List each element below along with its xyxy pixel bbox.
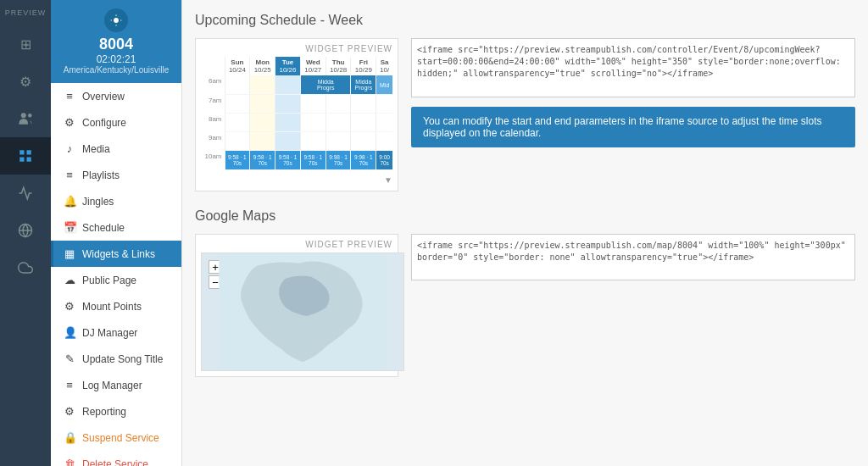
sidebar-item-label: Log Manager (82, 380, 142, 391)
sidebar: 8004 02:02:21 America/Kentucky/Louisvill… (51, 0, 182, 466)
playlists-icon: ≡ (64, 169, 75, 181)
sidebar-item-public-page[interactable]: ☁ Public Page (51, 267, 181, 293)
cal-day-thu: Thu10/28 (326, 57, 351, 75)
sidebar-item-delete-service[interactable]: 🗑 Delete Service (51, 451, 181, 466)
jingles-icon: 🔔 (64, 195, 75, 208)
google-maps-code-area (411, 234, 855, 377)
station-avatar (104, 8, 128, 32)
svg-point-1 (28, 114, 32, 118)
sidebar-item-jingles[interactable]: 🔔 Jingles (51, 188, 181, 214)
sidebar-item-label: Media (82, 143, 110, 155)
cal-scroll-down[interactable]: ▼ (384, 175, 392, 185)
icon-rail: PREVIEW ⊞ ⚙ (0, 0, 51, 466)
sidebar-item-overview[interactable]: ≡ Overview (51, 83, 181, 109)
delete-icon: 🗑 (64, 458, 75, 466)
dashboard-icon[interactable] (0, 137, 51, 175)
sidebar-item-label: Widgets & Links (82, 248, 155, 260)
widgets-icon: ▦ (64, 247, 75, 260)
cal-day-mon: Mon10/25 (250, 57, 275, 75)
sidebar-item-dj-manager[interactable]: 👤 DJ Manager (51, 319, 181, 346)
sidebar-item-reporting[interactable]: ⚙ Reporting (51, 398, 181, 424)
sliders-icon[interactable]: ⚙ (0, 63, 51, 100)
google-maps-iframe-code[interactable] (411, 234, 855, 280)
sidebar-item-label: Delete Service (82, 458, 148, 467)
cal-day-sat: Sa10/ (376, 57, 392, 75)
svg-rect-2 (19, 150, 24, 154)
cal-row-6am: 6am MiddaProgrs MiddaProgrs Mid (201, 75, 392, 95)
mount-points-icon: ⚙ (64, 300, 75, 313)
sidebar-item-media[interactable]: ♪ Media (51, 136, 181, 162)
sidebar-item-playlists[interactable]: ≡ Playlists (51, 162, 181, 188)
sidebar-item-label: Configure (82, 117, 126, 129)
map-preview: + − (201, 252, 404, 371)
station-time: 02:02:21 (58, 53, 175, 65)
sidebar-item-label: Mount Points (82, 301, 142, 313)
upcoming-schedule-section: Upcoming Schedule - Week WIDGET PREVIEW … (195, 13, 855, 191)
grid-icon[interactable]: ⊞ (0, 25, 51, 63)
upcoming-schedule-iframe-code[interactable] (411, 38, 855, 97)
upcoming-schedule-title: Upcoming Schedule - Week (195, 13, 855, 28)
google-maps-section: Google Maps WIDGET PREVIEW + − (195, 208, 855, 377)
calendar-widget: Sun10/24 Mon10/25 Tue10/26 Wed10/27 Thu1… (201, 57, 392, 170)
configure-icon: ⚙ (64, 116, 75, 129)
schedule-icon: 📅 (64, 221, 75, 234)
public-page-icon: ☁ (64, 274, 75, 286)
sidebar-item-schedule[interactable]: 📅 Schedule (51, 214, 181, 241)
cal-day-tue: Tue10/26 (275, 57, 301, 75)
preview-label: PREVIEW (5, 8, 47, 17)
cal-row-10am: 10am 9:58 · 170s 9:58 · 170s 9:58 · 170s (201, 151, 392, 170)
sidebar-menu: ≡ Overview ⚙ Configure ♪ Media ≡ Playlis… (51, 83, 181, 466)
reporting-icon: ⚙ (64, 405, 75, 418)
sidebar-item-label: DJ Manager (82, 327, 137, 339)
station-timezone: America/Kentucky/Louisville (58, 65, 175, 75)
station-id: 8004 (58, 36, 175, 53)
sidebar-item-label: Public Page (82, 275, 136, 286)
cal-day-wed: Wed10/27 (300, 57, 326, 75)
sidebar-item-label: Jingles (82, 196, 114, 208)
globe-icon[interactable] (0, 212, 51, 249)
svg-point-0 (21, 113, 26, 118)
suspend-icon: 🔒 (64, 431, 75, 444)
cal-row-9am: 9am (201, 132, 392, 151)
sidebar-item-label: Overview (82, 91, 125, 103)
upcoming-schedule-row: WIDGET PREVIEW Sun10/24 Mon10/25 Tue10/2… (195, 38, 855, 191)
svg-rect-3 (27, 150, 31, 154)
sidebar-item-label: Playlists (82, 169, 120, 181)
overview-icon: ≡ (64, 90, 75, 103)
cal-day-sun: Sun10/24 (225, 57, 250, 75)
widget-preview-label: WIDGET PREVIEW (201, 44, 392, 53)
media-icon: ♪ (64, 142, 75, 155)
sidebar-item-mount-points[interactable]: ⚙ Mount Points (51, 293, 181, 319)
sidebar-item-update-song-title[interactable]: ✎ Update Song Title (51, 346, 181, 372)
svg-point-8 (114, 18, 119, 23)
svg-rect-4 (19, 158, 24, 162)
sidebar-item-label: Reporting (82, 406, 126, 418)
cloud-icon[interactable] (0, 249, 51, 286)
log-manager-icon: ≡ (64, 379, 75, 391)
sidebar-item-suspend-service[interactable]: 🔒 Suspend Service (51, 424, 181, 451)
chart-icon[interactable] (0, 175, 51, 212)
maps-widget-label: WIDGET PREVIEW (201, 240, 392, 249)
dj-manager-icon: 👤 (64, 326, 75, 339)
station-header: 8004 02:02:21 America/Kentucky/Louisvill… (51, 0, 181, 83)
map-svg (202, 253, 403, 370)
sidebar-item-log-manager[interactable]: ≡ Log Manager (51, 372, 181, 398)
cal-row-8am: 8am (201, 114, 392, 132)
upcoming-schedule-info-banner: You can modify the start and end paramet… (411, 107, 855, 147)
update-song-icon: ✎ (64, 352, 75, 365)
google-maps-title: Google Maps (195, 208, 855, 224)
sidebar-item-widgets-links[interactable]: ▦ Widgets & Links (51, 241, 181, 267)
cal-row-7am: 7am (201, 95, 392, 114)
google-maps-preview: WIDGET PREVIEW + − (195, 234, 398, 377)
svg-rect-5 (27, 158, 31, 162)
sidebar-item-configure[interactable]: ⚙ Configure (51, 109, 181, 136)
upcoming-schedule-preview: WIDGET PREVIEW Sun10/24 Mon10/25 Tue10/2… (195, 38, 398, 191)
main-content: Upcoming Schedule - Week WIDGET PREVIEW … (182, 0, 868, 466)
google-maps-row: WIDGET PREVIEW + − (195, 234, 855, 377)
sidebar-item-label: Schedule (82, 222, 125, 234)
sidebar-item-label: Update Song Title (82, 353, 163, 365)
upcoming-schedule-code-area: You can modify the start and end paramet… (411, 38, 855, 191)
users-icon[interactable] (0, 100, 51, 137)
sidebar-item-label: Suspend Service (82, 432, 159, 444)
cal-day-fri: Fri10/29 (351, 57, 376, 75)
